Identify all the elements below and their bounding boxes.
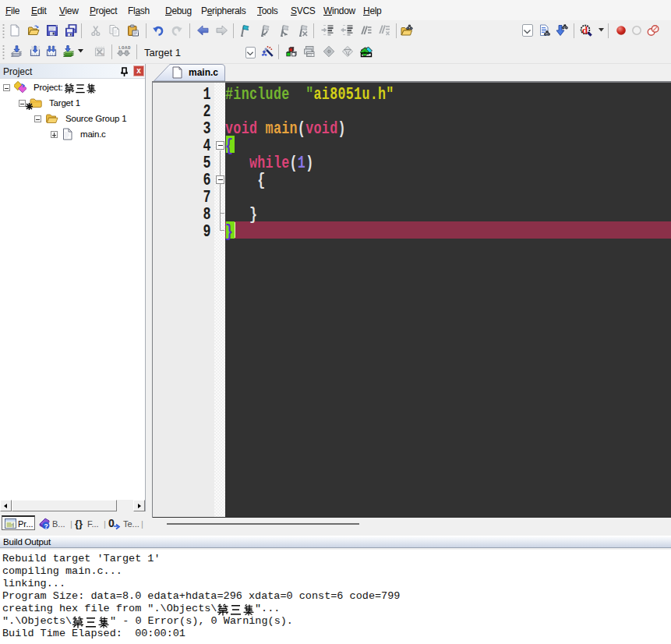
svg-text:d: d: [582, 24, 588, 36]
svg-text:?: ?: [44, 522, 48, 530]
svg-text:LOAD: LOAD: [118, 45, 131, 51]
